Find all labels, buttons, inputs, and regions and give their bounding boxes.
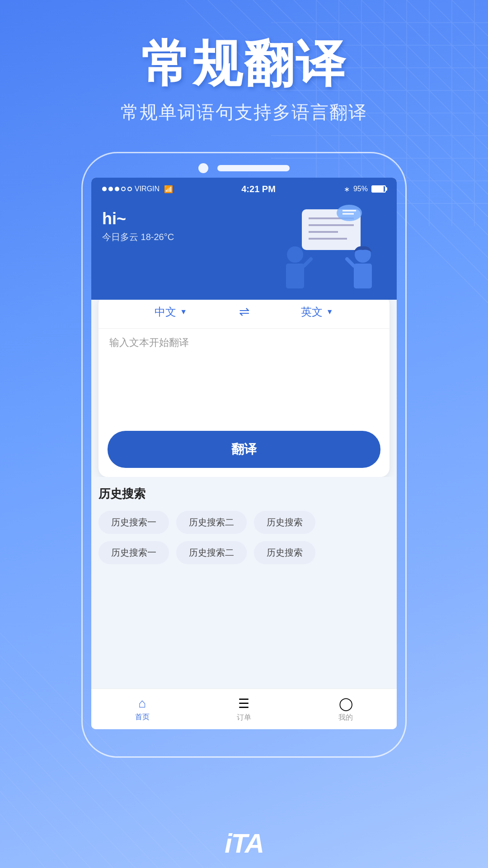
svg-line-54	[347, 259, 354, 266]
status-left: VIRGIN 📶	[102, 185, 173, 193]
phone-camera	[198, 163, 208, 173]
svg-point-49	[287, 246, 303, 263]
translate-input-placeholder[interactable]: 输入文本开始翻译	[109, 336, 379, 417]
signal-dot-2	[108, 187, 113, 191]
history-tag-1-3[interactable]: 历史搜索	[254, 511, 315, 534]
svg-rect-50	[286, 264, 304, 288]
nav-item-profile[interactable]: ◯ 我的	[295, 696, 397, 722]
sub-title: 常规单词语句支持多语言翻译	[0, 100, 488, 125]
nav-item-orders[interactable]: ☰ 订单	[193, 696, 295, 722]
app-logo-text: iTA	[225, 828, 263, 859]
signal-dots	[102, 187, 132, 191]
translation-card[interactable]: 中文 ▼ ⇌ 英文 ▼ 输入文本开始翻译 翻译	[99, 295, 389, 477]
status-bar: VIRGIN 📶 4:21 PM ∗ 95%	[91, 178, 397, 200]
status-time: 4:21 PM	[241, 184, 276, 194]
signal-dot-1	[102, 187, 107, 191]
svg-line-40	[0, 814, 45, 868]
bottom-nav: ⌂ 首页 ☰ 订单 ◯ 我的	[91, 689, 397, 729]
input-area: 输入文本开始翻译	[99, 328, 389, 426]
nav-label-profile: 我的	[338, 713, 353, 722]
phone-speaker	[217, 165, 290, 171]
battery-fill	[372, 186, 384, 192]
signal-dot-3	[115, 187, 119, 191]
source-lang-arrow: ▼	[180, 308, 187, 316]
target-lang-arrow: ▼	[326, 308, 333, 316]
nav-item-home[interactable]: ⌂ 首页	[91, 696, 193, 722]
svg-line-51	[304, 259, 311, 266]
phone-mockup: VIRGIN 📶 4:21 PM ∗ 95% hi~ 今日多云 18-26°C	[0, 152, 488, 758]
home-icon: ⌂	[138, 696, 146, 711]
lang-selector: 中文 ▼ ⇌ 英文 ▼	[99, 295, 389, 328]
bluetooth-icon: ∗	[344, 185, 350, 193]
history-tag-1-1[interactable]: 历史搜索一	[99, 511, 169, 534]
profile-icon: ◯	[339, 696, 353, 711]
history-tag-1-2[interactable]: 历史搜索二	[176, 511, 247, 534]
carrier-text: VIRGIN	[135, 185, 160, 193]
wifi-icon: 📶	[164, 185, 173, 193]
status-right: ∗ 95%	[344, 185, 386, 193]
illustration	[266, 200, 392, 300]
battery-bar	[371, 185, 386, 193]
svg-line-37	[0, 746, 113, 868]
history-title: 历史搜索	[99, 486, 389, 502]
history-row-1: 历史搜索一 历史搜索二 历史搜索	[99, 511, 389, 534]
signal-dot-4	[121, 187, 126, 191]
swap-icon[interactable]: ⇌	[239, 304, 249, 319]
target-lang-label: 英文	[301, 305, 323, 319]
history-tag-2-1[interactable]: 历史搜索一	[99, 541, 169, 564]
target-lang-btn[interactable]: 英文 ▼	[258, 305, 376, 319]
app-logo-area: iTA	[225, 828, 263, 859]
nav-label-home: 首页	[135, 712, 150, 722]
nav-label-orders: 订单	[237, 713, 251, 722]
phone-top-bar	[198, 153, 290, 173]
header-section: 常规翻译 常规单词语句支持多语言翻译	[0, 0, 488, 125]
orders-icon: ☰	[238, 696, 249, 711]
battery-percent: 95%	[353, 185, 368, 193]
phone-outer-frame: VIRGIN 📶 4:21 PM ∗ 95% hi~ 今日多云 18-26°C	[81, 152, 407, 758]
svg-point-46	[337, 205, 362, 221]
signal-dot-5	[127, 187, 132, 191]
source-lang-btn[interactable]: 中文 ▼	[112, 305, 230, 319]
phone-screen: VIRGIN 📶 4:21 PM ∗ 95% hi~ 今日多云 18-26°C	[91, 178, 397, 729]
history-tag-2-2[interactable]: 历史搜索二	[176, 541, 247, 564]
svg-line-38	[0, 769, 90, 868]
app-header: hi~ 今日多云 18-26°C	[91, 200, 397, 300]
translate-button[interactable]: 翻译	[108, 431, 380, 468]
svg-line-39	[0, 791, 68, 868]
source-lang-label: 中文	[155, 305, 176, 319]
history-row-2: 历史搜索一 历史搜索二 历史搜索	[99, 541, 389, 564]
history-section: 历史搜索 历史搜索一 历史搜索二 历史搜索 历史搜索一 历史搜索二 历史搜索	[91, 477, 397, 689]
svg-rect-53	[354, 264, 372, 288]
main-title: 常规翻译	[0, 36, 488, 91]
history-tag-2-3[interactable]: 历史搜索	[254, 541, 315, 564]
